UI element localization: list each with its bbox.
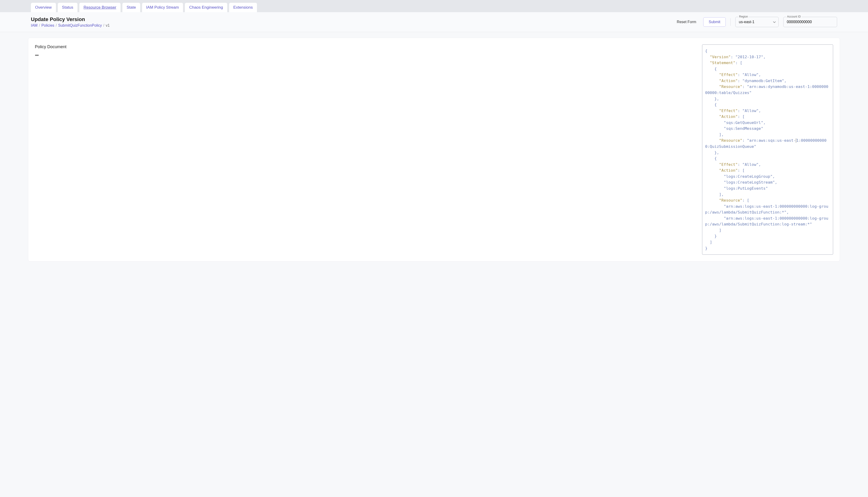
- account-id-label: Account ID: [786, 15, 802, 18]
- breadcrumb-separator: /: [56, 24, 57, 27]
- tab-overview[interactable]: Overview: [31, 3, 56, 12]
- breadcrumb-current: v1: [106, 24, 110, 27]
- page-title: Update Policy Version: [31, 16, 110, 23]
- breadcrumb-link[interactable]: SubmitQuizFunctionPolicy: [58, 24, 102, 27]
- tab-bar: OverviewStatusResource BrowserStateIAM P…: [0, 0, 868, 12]
- page-header: Update Policy Version IAM/Policies/Submi…: [0, 12, 868, 32]
- policy-left-column: Policy Document •••: [35, 44, 693, 255]
- tab-extensions[interactable]: Extensions: [229, 3, 257, 12]
- more-menu-icon[interactable]: •••: [35, 53, 693, 58]
- breadcrumb-separator: /: [39, 24, 40, 27]
- policy-card: Policy Document ••• { "Version": "2012-1…: [28, 38, 840, 261]
- tab-status[interactable]: Status: [58, 3, 78, 12]
- tab-chaos-engineering[interactable]: Chaos Engineering: [185, 3, 227, 12]
- account-id-input[interactable]: [783, 17, 837, 27]
- section-title-policy-document: Policy Document: [35, 44, 693, 49]
- breadcrumb-link[interactable]: Policies: [41, 24, 54, 27]
- account-id-wrap: Account ID: [783, 17, 837, 27]
- policy-document-editor[interactable]: { "Version": "2012-10-17", "Statement": …: [702, 44, 833, 255]
- divider: [730, 18, 731, 26]
- breadcrumb-separator: /: [103, 24, 104, 27]
- tab-state[interactable]: State: [122, 3, 140, 12]
- title-block: Update Policy Version IAM/Policies/Submi…: [31, 16, 110, 28]
- submit-button[interactable]: Submit: [703, 17, 726, 27]
- region-label: Region: [738, 15, 749, 18]
- reset-form-button[interactable]: Reset Form: [674, 18, 699, 26]
- breadcrumb: IAM/Policies/SubmitQuizFunctionPolicy/v1: [31, 24, 110, 28]
- region-select[interactable]: us-east-1: [735, 17, 779, 27]
- text-cursor: [796, 139, 796, 143]
- tab-iam-policy-stream[interactable]: IAM Policy Stream: [142, 3, 183, 12]
- breadcrumb-link[interactable]: IAM: [31, 24, 38, 27]
- header-actions: Reset Form Submit Region us-east-1 Accou…: [674, 17, 837, 27]
- tab-resource-browser[interactable]: Resource Browser: [79, 3, 121, 12]
- region-select-wrap: Region us-east-1: [735, 17, 779, 27]
